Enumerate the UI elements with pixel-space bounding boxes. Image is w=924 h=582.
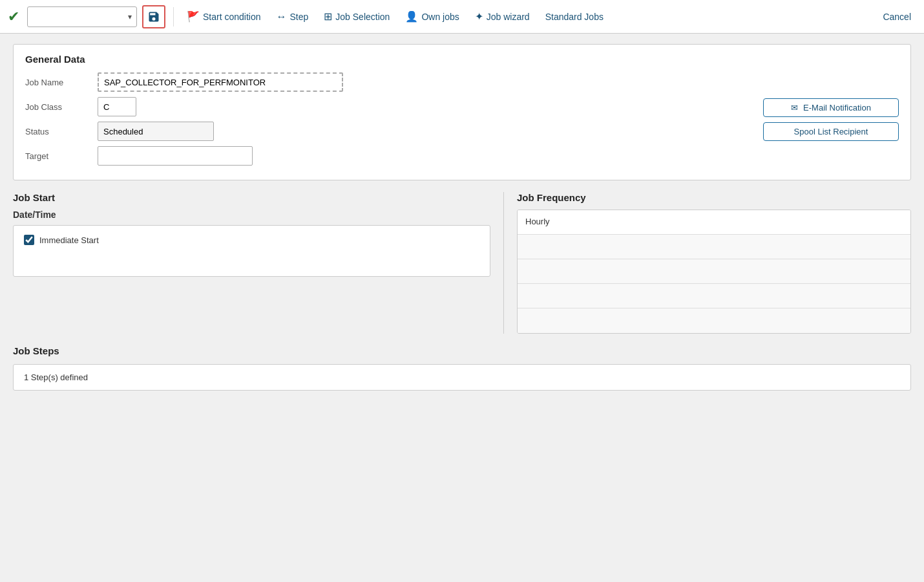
middle-row: Job Start Date/Time Immediate Start Job … [13, 192, 911, 334]
status-input[interactable] [98, 122, 214, 141]
own-jobs-label: Own jobs [421, 12, 459, 22]
general-data-title: General Data [25, 54, 899, 65]
step-icon: ↔ [277, 11, 287, 23]
grid-icon: ⊞ [324, 10, 332, 23]
frequency-item-5[interactable] [518, 308, 910, 333]
job-name-input[interactable] [98, 72, 343, 92]
spool-list-recipient-label: Spool List Recipient [794, 127, 868, 136]
job-class-input[interactable] [98, 97, 136, 116]
date-time-box: Immediate Start [13, 225, 490, 277]
steps-info-box: 1 Step(s) defined [13, 364, 911, 391]
cancel-button[interactable]: Cancel [877, 9, 916, 25]
job-start-col: Job Start Date/Time Immediate Start [13, 192, 504, 334]
target-label: Target [25, 151, 90, 161]
email-notification-button[interactable]: ✉ E-Mail Notification [763, 98, 899, 117]
step-button[interactable]: ↔ Step [271, 8, 314, 25]
job-wizard-button[interactable]: ✦ Job wizard [470, 8, 535, 25]
toolbar-divider-1 [173, 7, 174, 27]
step-label: Step [290, 12, 309, 22]
general-data-section: General Data Job Name Job Class Status [13, 44, 911, 180]
general-data-wrapper: Job Name Job Class Status Target [25, 72, 899, 171]
job-dropdown-wrap: ▾ [27, 6, 137, 27]
standard-jobs-label: Standard Jobs [545, 12, 604, 22]
job-steps-section: Job Steps 1 Step(s) defined [13, 345, 911, 391]
job-select[interactable] [27, 6, 137, 27]
start-condition-label: Start condition [203, 12, 261, 22]
job-class-row: Job Class [25, 97, 744, 116]
floppy-disk-icon [147, 10, 160, 23]
job-class-label: Job Class [25, 102, 90, 112]
date-time-label: Date/Time [13, 210, 490, 220]
job-selection-button[interactable]: ⊞ Job Selection [319, 8, 395, 25]
status-row: Status [25, 122, 744, 141]
confirm-button[interactable]: ✔ [8, 8, 19, 25]
flag-icon: 🚩 [187, 10, 200, 23]
own-jobs-button[interactable]: 👤 Own jobs [400, 8, 464, 25]
job-wizard-label: Job wizard [487, 12, 530, 22]
general-data-fields: Job Name Job Class Status Target [25, 72, 744, 171]
standard-jobs-button[interactable]: Standard Jobs [540, 9, 609, 25]
job-start-title: Job Start [13, 192, 490, 203]
immediate-start-row: Immediate Start [24, 235, 479, 245]
email-notification-label: E-Mail Notification [803, 103, 871, 113]
target-row: Target [25, 146, 744, 166]
general-data-actions: ✉ E-Mail Notification Spool List Recipie… [763, 72, 899, 171]
start-condition-button[interactable]: 🚩 Start condition [182, 8, 266, 25]
job-steps-title: Job Steps [13, 345, 911, 356]
main-content: General Data Job Name Job Class Status [0, 34, 924, 401]
person-icon: 👤 [405, 10, 418, 23]
wand-icon: ✦ [475, 10, 483, 23]
steps-info-text: 1 Step(s) defined [24, 372, 88, 382]
frequency-item-3[interactable] [518, 259, 910, 284]
immediate-start-checkbox[interactable] [24, 235, 34, 245]
frequency-item-hourly[interactable]: Hourly [518, 210, 910, 235]
job-frequency-title: Job Frequency [517, 192, 911, 203]
frequency-item-4[interactable] [518, 284, 910, 308]
immediate-start-label: Immediate Start [39, 235, 99, 245]
save-button[interactable] [142, 5, 165, 28]
toolbar: ✔ ▾ 🚩 Start condition ↔ Step ⊞ Job Selec… [0, 0, 924, 34]
job-selection-label: Job Selection [335, 12, 390, 22]
email-icon: ✉ [791, 103, 798, 113]
job-frequency-col: Job Frequency Hourly [504, 192, 911, 334]
spool-list-recipient-button[interactable]: Spool List Recipient [763, 122, 899, 141]
job-name-label: Job Name [25, 78, 90, 87]
frequency-list: Hourly [517, 210, 911, 334]
job-name-row: Job Name [25, 72, 744, 92]
status-label: Status [25, 127, 90, 136]
target-input[interactable] [98, 146, 253, 166]
frequency-item-2[interactable] [518, 235, 910, 259]
